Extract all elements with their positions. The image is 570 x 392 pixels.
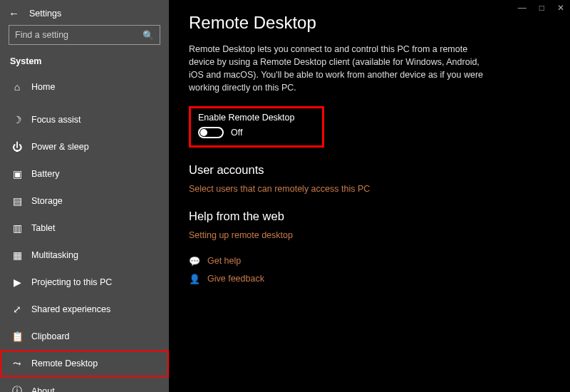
remote-desktop-icon: ⤳ [11,358,23,369]
search-container: 🔍 [0,25,169,52]
sidebar-item-label: Storage [31,196,63,206]
minimize-button[interactable]: — [518,3,527,13]
sidebar-item-home[interactable]: ⌂ Home [0,73,169,100]
sidebar-item-label: Home [31,82,55,92]
share-icon: ⤢ [11,304,23,315]
sidebar-item-label: Tablet [31,223,55,233]
section-label: System [0,52,169,73]
window-controls: — □ ✕ [518,3,564,13]
sidebar-items: ⌂ Home ☽ Focus assist ⏻ Power & sleep ▣ … [0,73,169,392]
power-icon: ⏻ [11,141,23,153]
search-icon: 🔍 [142,30,154,41]
sidebar-item-label: Power & sleep [31,142,89,152]
battery-icon: ▣ [11,168,23,180]
sidebar-item-label: About [31,386,55,392]
sidebar-item-label: Shared experiences [31,304,110,314]
feedback-icon: 👤 [189,274,200,284]
sidebar-item-projecting[interactable]: ▶ Projecting to this PC [0,269,169,296]
close-button[interactable]: ✕ [557,3,564,13]
sidebar-item-label: Projecting to this PC [31,277,112,287]
sidebar-item-focus-assist[interactable]: ☽ Focus assist [0,106,169,133]
sidebar-header: ← Settings [0,0,169,25]
sidebar-item-clipboard[interactable]: 📋 Clipboard [0,323,169,350]
search-box[interactable]: 🔍 [9,25,160,45]
back-arrow-icon[interactable]: ← [9,7,19,19]
help-setup-link[interactable]: Setting up remote desktop [189,230,550,240]
get-help-row: 💬 Get help [189,256,550,267]
get-help-link[interactable]: Get help [207,256,241,266]
tablet-icon: ▥ [11,222,23,234]
storage-icon: ▤ [11,195,23,207]
home-icon: ⌂ [11,81,23,93]
info-icon: ⓘ [11,385,23,392]
search-input[interactable] [15,30,142,40]
enable-remote-desktop-block: Enable Remote Desktop Off [189,106,324,148]
sidebar-item-about[interactable]: ⓘ About [0,377,169,392]
sidebar-item-label: Focus assist [31,115,81,125]
enable-remote-desktop-toggle[interactable] [198,127,224,138]
page-title: Remote Desktop [189,13,550,33]
main-content: — □ ✕ Remote Desktop Remote Desktop lets… [169,0,570,392]
multitasking-icon: ▦ [11,249,23,261]
get-help-icon: 💬 [189,256,200,267]
sidebar-item-shared-experiences[interactable]: ⤢ Shared experiences [0,296,169,323]
moon-icon: ☽ [11,114,23,125]
sidebar: ← Settings 🔍 System ⌂ Home ☽ Focus assis… [0,0,169,392]
sidebar-item-remote-desktop[interactable]: ⤳ Remote Desktop [0,350,169,377]
user-accounts-title: User accounts [189,163,550,177]
sidebar-item-power-sleep[interactable]: ⏻ Power & sleep [0,133,169,160]
help-from-web-title: Help from the web [189,210,550,223]
toggle-row: Off [198,127,315,138]
sidebar-item-label: Clipboard [31,331,70,341]
projecting-icon: ▶ [11,277,23,288]
give-feedback-row: 👤 Give feedback [189,274,550,284]
sidebar-item-label: Remote Desktop [31,359,98,368]
sidebar-item-label: Multitasking [31,250,78,260]
toggle-state: Off [231,128,242,138]
toggle-knob [200,129,207,136]
clipboard-icon: 📋 [11,331,23,342]
sidebar-item-label: Battery [31,169,60,179]
select-users-link[interactable]: Select users that can remotely access th… [189,184,550,194]
maximize-button[interactable]: □ [539,3,544,13]
sidebar-item-tablet[interactable]: ▥ Tablet [0,215,169,242]
app-title: Settings [29,9,61,19]
give-feedback-link[interactable]: Give feedback [207,274,264,284]
page-description: Remote Desktop lets you connect to and c… [189,43,495,95]
sidebar-item-storage[interactable]: ▤ Storage [0,187,169,215]
sidebar-item-multitasking[interactable]: ▦ Multitasking [0,242,169,269]
toggle-label: Enable Remote Desktop [198,113,315,123]
sidebar-item-battery[interactable]: ▣ Battery [0,160,169,187]
